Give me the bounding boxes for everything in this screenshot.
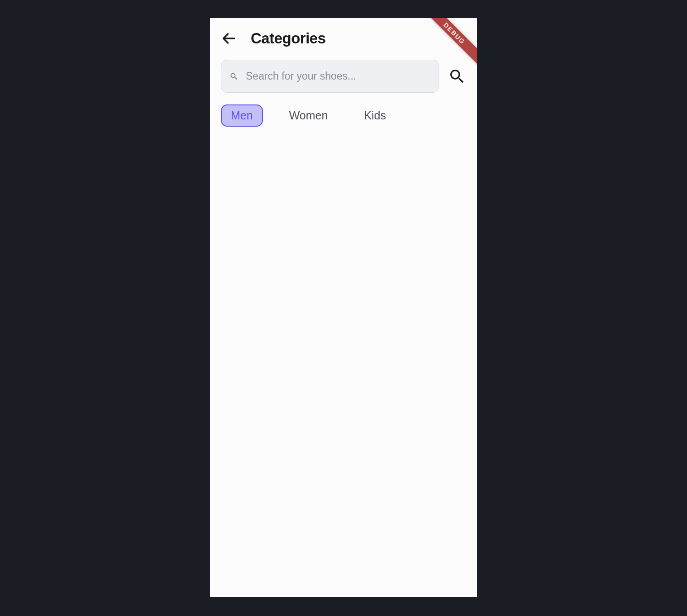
search-button[interactable] (448, 67, 466, 85)
search-box[interactable] (221, 60, 439, 93)
header: Categories (210, 18, 477, 54)
search-icon (448, 67, 466, 85)
search-input[interactable] (246, 70, 430, 82)
tab-men[interactable]: Men (221, 104, 263, 127)
tab-kids[interactable]: Kids (354, 104, 396, 127)
page-title: Categories (251, 30, 326, 47)
search-row (210, 54, 477, 98)
arrow-left-icon (221, 31, 236, 46)
category-tabs: Men Women Kids (210, 98, 477, 133)
search-icon (229, 72, 239, 81)
back-button[interactable] (221, 31, 236, 46)
tab-women[interactable]: Women (279, 104, 338, 127)
app-screen: DEBUG Categories Men Women K (210, 18, 477, 597)
